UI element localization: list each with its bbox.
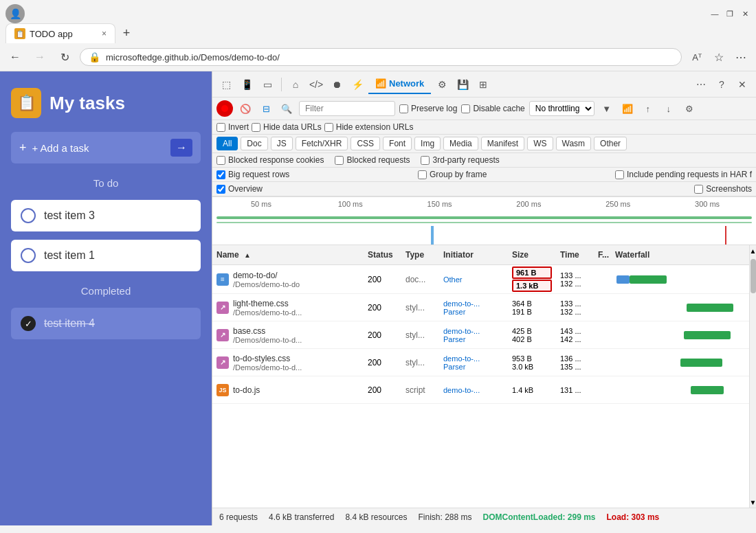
group-by-frame-checkbox[interactable]	[418, 170, 427, 179]
col-status[interactable]: Status	[364, 248, 401, 262]
throttle-dropdown-icon[interactable]: ▼	[599, 100, 615, 117]
settings-icon[interactable]: ⚙	[681, 100, 698, 117]
network-table[interactable]: Name ▲ Status Type Initiator Size Time F…	[212, 245, 749, 508]
profile-icon[interactable]: 👤	[5, 4, 25, 23]
scroll-thumb[interactable]	[751, 259, 756, 293]
table-row-light-theme[interactable]: ↗ light-theme.css /Demos/demo-to-d... 20…	[212, 294, 749, 321]
col-type[interactable]: Type	[401, 248, 439, 262]
preserve-log-checkbox-label[interactable]: Preserve log	[399, 104, 457, 113]
read-aloud-icon[interactable]: Aᵀ	[687, 47, 707, 67]
new-tab-button[interactable]: +	[117, 24, 136, 43]
device-icon[interactable]: 📱	[237, 75, 256, 94]
application-icon[interactable]: ⊞	[474, 75, 493, 94]
chip-manifest[interactable]: Manifest	[481, 137, 524, 150]
col-initiator[interactable]: Initiator	[439, 248, 508, 262]
scroll-up-button[interactable]: ▲	[750, 245, 756, 256]
filter-toggle-button[interactable]: ⊟	[258, 100, 274, 117]
add-task-button[interactable]: + + Add a task →	[11, 132, 201, 163]
col-waterfall[interactable]: Waterfall	[611, 248, 749, 262]
network-scrollbar[interactable]: ▲ ▼	[749, 245, 756, 508]
disable-cache-checkbox-label[interactable]: Disable cache	[461, 104, 524, 113]
invert-checkbox[interactable]	[216, 123, 225, 132]
tab-close-button[interactable]: ×	[102, 29, 107, 38]
task-item-1[interactable]: test item 1	[11, 240, 201, 271]
memory-icon[interactable]: 💾	[453, 75, 472, 94]
overview-label[interactable]: Overview	[216, 184, 263, 194]
include-pending-label[interactable]: Include pending requests in HAR f	[615, 170, 752, 179]
group-by-frame-label[interactable]: Group by frame	[418, 170, 487, 179]
third-party-label[interactable]: 3rd-party requests	[421, 155, 499, 165]
task-item-3[interactable]: test item 3	[11, 200, 201, 231]
close-icon[interactable]: ✕	[740, 8, 751, 19]
screenshots-label[interactable]: Screenshots	[694, 184, 752, 194]
table-row-demo-to-do[interactable]: ≡ demo-to-do/ /Demos/demo-to-do 200 doc.…	[212, 265, 749, 294]
restore-icon[interactable]: ❐	[724, 8, 735, 19]
chip-js[interactable]: JS	[271, 137, 293, 150]
disable-cache-checkbox[interactable]	[461, 104, 470, 113]
recorder-icon[interactable]: ⏺	[327, 75, 346, 94]
minimize-icon[interactable]: —	[709, 8, 720, 19]
table-row-todo-js[interactable]: JS to-do.js 200 script demo-to-... 1.4 k…	[212, 376, 749, 404]
chip-ws[interactable]: WS	[527, 137, 553, 150]
include-pending-checkbox[interactable]	[615, 170, 624, 179]
table-row-base-css[interactable]: ↗ base.css /Demos/demo-to-d... 200 styl.…	[212, 321, 749, 349]
sensors-icon[interactable]: ⚡	[348, 75, 367, 94]
task-checkbox-3[interactable]	[21, 208, 36, 223]
table-row-todo-styles[interactable]: ↗ to-do-styles.css /Demos/demo-to-d... 2…	[212, 349, 749, 376]
hide-extension-urls-label[interactable]: Hide extension URLs	[324, 122, 414, 132]
filter-input[interactable]	[299, 101, 395, 116]
col-size[interactable]: Size	[508, 248, 556, 262]
performance-icon[interactable]: ⚙	[432, 75, 452, 94]
help-icon[interactable]: ?	[712, 75, 731, 94]
active-tab[interactable]: 📋 TODO app ×	[5, 23, 115, 43]
chip-media[interactable]: Media	[443, 137, 478, 150]
sidebar-icon[interactable]: ▭	[258, 75, 277, 94]
task-checkbox-1[interactable]	[21, 248, 36, 263]
source-icon[interactable]: </>	[307, 75, 326, 94]
export-har-icon[interactable]: ↓	[660, 100, 677, 117]
blocked-cookies-checkbox[interactable]	[216, 156, 225, 165]
scroll-down-button[interactable]: ▼	[750, 497, 756, 508]
devtools-close-icon[interactable]: ✕	[733, 75, 752, 94]
more-icon[interactable]: ⋯	[731, 47, 751, 67]
back-button[interactable]: ←	[5, 47, 25, 67]
record-button[interactable]	[216, 100, 233, 117]
task-checkbox-4[interactable]: ✓	[21, 316, 36, 331]
preserve-log-checkbox[interactable]	[399, 104, 408, 113]
home-icon[interactable]: ⌂	[286, 75, 305, 94]
chip-wasm[interactable]: Wasm	[556, 137, 592, 150]
hide-data-urls-checkbox[interactable]	[252, 123, 260, 132]
third-party-checkbox[interactable]	[421, 156, 430, 165]
clear-button[interactable]: 🚫	[237, 100, 254, 117]
task-item-4[interactable]: ✓ test item 4	[11, 308, 201, 339]
network-timeline[interactable]: 50 ms 100 ms 150 ms 200 ms 250 ms 300 ms	[212, 197, 756, 245]
big-rows-label[interactable]: Big request rows	[216, 170, 289, 179]
refresh-button[interactable]: ↻	[55, 47, 74, 67]
hide-data-urls-label[interactable]: Hide data URLs	[252, 122, 322, 132]
import-har-icon[interactable]: ↑	[640, 100, 656, 117]
hide-extension-urls-checkbox[interactable]	[324, 123, 333, 132]
col-name[interactable]: Name ▲	[212, 248, 364, 262]
blocked-cookies-label[interactable]: Blocked response cookies	[216, 155, 324, 165]
tab-network[interactable]: 📶 Network	[368, 74, 431, 94]
invert-checkbox-label[interactable]: Invert	[216, 122, 249, 132]
chip-img[interactable]: Img	[414, 137, 441, 150]
big-rows-checkbox[interactable]	[216, 170, 225, 179]
chip-font[interactable]: Font	[383, 137, 412, 150]
favorites-icon[interactable]: ☆	[709, 47, 729, 67]
forward-button[interactable]: →	[30, 47, 49, 67]
blocked-requests-label[interactable]: Blocked requests	[335, 155, 410, 165]
url-bar[interactable]: 🔒 microsoftedge.github.io/Demos/demo-to-…	[80, 48, 682, 66]
col-f[interactable]: F...	[594, 248, 611, 262]
chip-all[interactable]: All	[216, 137, 238, 150]
chip-css[interactable]: CSS	[351, 137, 380, 150]
chip-fetch-xhr[interactable]: Fetch/XHR	[296, 137, 348, 150]
search-button[interactable]: 🔍	[278, 100, 295, 117]
col-time[interactable]: Time	[556, 248, 594, 262]
throttle-select[interactable]: No throttling	[529, 101, 594, 116]
more-tools-icon[interactable]: ⋯	[691, 75, 711, 94]
network-conditions-icon[interactable]: 📶	[619, 100, 636, 117]
overview-checkbox[interactable]	[216, 185, 225, 194]
chip-other[interactable]: Other	[594, 137, 627, 150]
chip-doc[interactable]: Doc	[241, 137, 267, 150]
